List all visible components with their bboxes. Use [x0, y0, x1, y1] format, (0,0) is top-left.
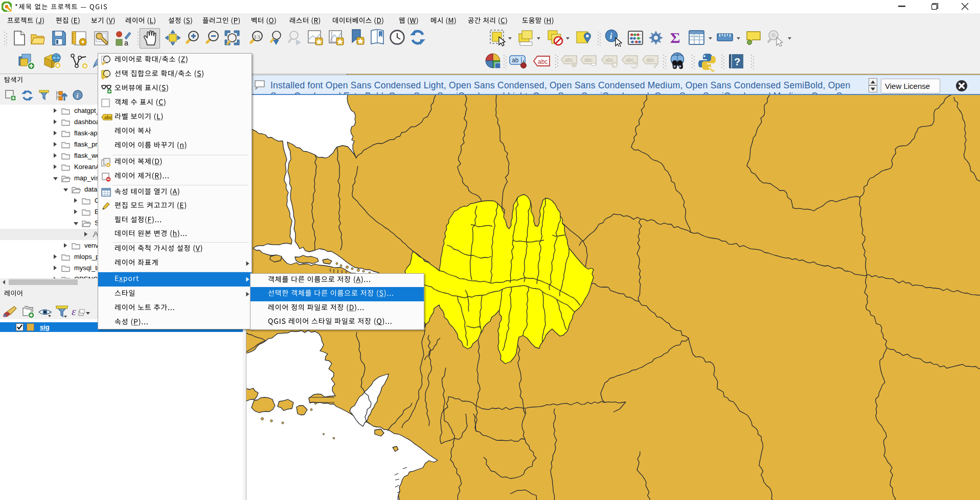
svg-text:i: i	[610, 32, 612, 40]
svg-text:ε: ε	[72, 305, 76, 318]
svg-text:abc: abc	[104, 115, 112, 120]
svg-text:abc: abc	[646, 57, 654, 63]
svg-text:i: i	[77, 92, 79, 100]
svg-text:abc: abc	[584, 57, 592, 63]
svg-text:abc: abc	[538, 58, 548, 65]
svg-text:?: ?	[734, 56, 740, 67]
svg-text:abc: abc	[605, 57, 613, 63]
svg-text:abc: abc	[565, 57, 573, 63]
svg-text:a: a	[124, 39, 128, 46]
svg-text:ab: ab	[512, 57, 519, 64]
svg-text:Σ: Σ	[670, 30, 680, 45]
svg-text:1:1: 1:1	[254, 34, 261, 39]
